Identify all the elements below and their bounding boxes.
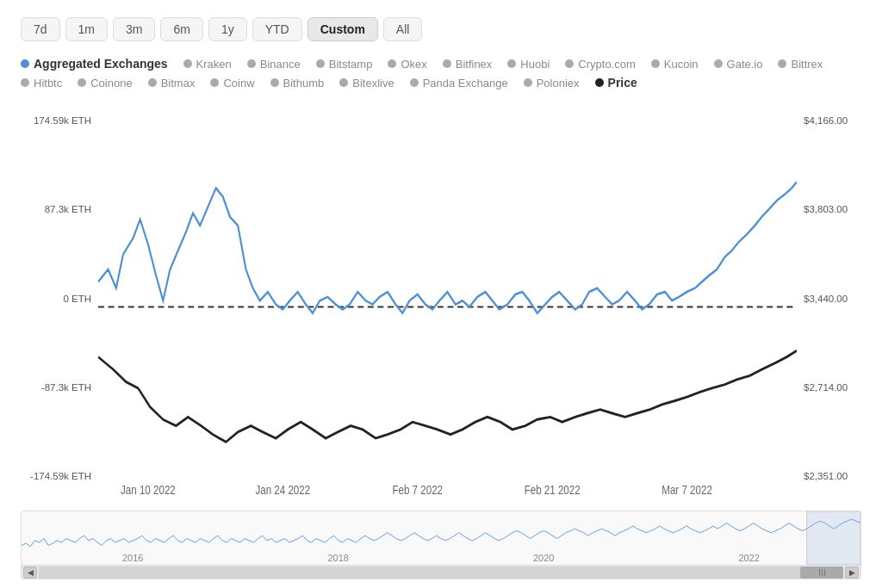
legend-label-17: Panda Exchange — [423, 77, 508, 90]
legend-item-aggregated-exchanges[interactable]: Aggregated Exchanges — [21, 57, 168, 71]
legend-item-bitstamp[interactable]: Bitstamp — [316, 57, 373, 71]
svg-text:Jan 24 2022: Jan 24 2022 — [255, 483, 310, 498]
main-chart-area: 174.59k ETH87.3k ETH0 ETH-87.3k ETH-174.… — [21, 107, 861, 507]
time-btn-3m[interactable]: 3m — [113, 17, 155, 41]
time-btn-custom[interactable]: Custom — [307, 17, 378, 41]
navigator-scrollbar: ◀ ▶ — [22, 565, 860, 579]
legend-item-gateio[interactable]: Gate.io — [714, 57, 763, 71]
legend-dot-0 — [21, 59, 29, 68]
legend-label-2: Binance — [260, 58, 301, 71]
legend-label-8: Kucoin — [664, 58, 699, 71]
svg-text:Mar 7 2022: Mar 7 2022 — [662, 483, 712, 498]
legend-label-9: Gate.io — [727, 58, 763, 71]
legend-item-bittrex[interactable]: Bittrex — [778, 57, 823, 71]
legend-dot-2 — [247, 59, 256, 68]
legend-item-bithumb[interactable]: Bithumb — [270, 76, 325, 90]
navigator: 2016 2018 2020 2022 ◀ ▶ — [21, 511, 861, 579]
legend-item-hitbtc[interactable]: Hitbtc — [21, 76, 62, 90]
legend-item-price[interactable]: Price — [595, 76, 637, 90]
legend-item-bitfinex[interactable]: Bitfinex — [443, 57, 493, 71]
legend-dot-10 — [778, 59, 786, 68]
legend-dot-6 — [507, 59, 516, 68]
legend-label-5: Bitfinex — [456, 58, 493, 71]
legend-label-3: Bitstamp — [329, 58, 373, 71]
y-axis-right-label: $4,166.00 — [804, 115, 861, 126]
navigator-chart: 2016 2018 2020 2022 — [22, 511, 860, 565]
legend-item-kucoin[interactable]: Kucoin — [651, 57, 699, 71]
legend-label-12: Coinone — [90, 77, 132, 90]
scroll-right-arrow[interactable]: ▶ — [845, 566, 859, 579]
legend-item-binance[interactable]: Binance — [247, 57, 301, 71]
svg-text:Feb 7 2022: Feb 7 2022 — [392, 483, 443, 498]
legend-dot-9 — [714, 59, 723, 68]
y-axis-left-label: 0 ETH — [21, 294, 91, 304]
legend-label-10: Bittrex — [791, 58, 823, 71]
legend-label-19: Price — [608, 76, 637, 90]
legend-item-cryptocom[interactable]: Crypto.com — [565, 57, 635, 71]
legend-dot-5 — [443, 59, 451, 68]
time-btn-1m[interactable]: 1m — [65, 17, 108, 41]
legend-dot-19 — [595, 78, 604, 87]
scroll-track[interactable] — [39, 566, 843, 579]
y-axis-left-label: 174.59k ETH — [21, 115, 91, 126]
legend-label-11: Hitbtc — [34, 77, 62, 90]
legend-item-kraken[interactable]: Kraken — [183, 57, 232, 71]
legend-label-6: Huobi — [520, 58, 550, 71]
y-axis-right-label: $3,803.00 — [804, 204, 861, 214]
legend-dot-14 — [210, 78, 219, 87]
legend-dot-11 — [21, 78, 29, 87]
nav-label-2020: 2020 — [533, 553, 554, 563]
legend-item-coinone[interactable]: Coinone — [78, 76, 132, 90]
legend-label-16: Bitexlive — [352, 77, 394, 90]
y-axis-right-label: $2,714.00 — [804, 382, 861, 393]
nav-label-2016: 2016 — [122, 553, 143, 563]
legend-item-huobi[interactable]: Huobi — [507, 57, 550, 71]
legend-item-bitexlive[interactable]: Bitexlive — [339, 76, 394, 90]
legend-label-7: Crypto.com — [578, 58, 635, 71]
time-btn-7d[interactable]: 7d — [21, 17, 60, 41]
y-axis-right-label: $3,440.00 — [804, 294, 861, 304]
legend-dot-13 — [148, 78, 157, 87]
legend-dot-18 — [524, 78, 532, 87]
legend-label-18: Poloniex — [537, 77, 580, 90]
chart-canvas: Jan 10 2022 Jan 24 2022 Feb 7 2022 Feb 2… — [98, 107, 797, 507]
time-btn-1y[interactable]: 1y — [208, 17, 247, 41]
scroll-left-arrow[interactable]: ◀ — [23, 566, 37, 579]
y-axis-right-label: $2,351.00 — [804, 471, 861, 481]
legend-label-14: Coinw — [223, 77, 254, 90]
legend-dot-8 — [651, 59, 660, 68]
y-axis-left-label: -87.3k ETH — [21, 382, 91, 393]
svg-text:Jan 10 2022: Jan 10 2022 — [121, 483, 176, 498]
time-btn-6m[interactable]: 6m — [160, 17, 202, 41]
legend-item-okex[interactable]: Okex — [388, 57, 426, 71]
legend-dot-12 — [78, 78, 86, 87]
time-btn-ytd[interactable]: YTD — [252, 17, 302, 41]
legend-dot-17 — [410, 78, 419, 87]
time-range-selector: 7d1m3m6m1yYTDCustomAll — [21, 17, 861, 41]
legend-dot-1 — [183, 59, 192, 68]
legend-label-1: Kraken — [196, 58, 232, 71]
legend-dot-7 — [565, 59, 574, 68]
legend-item-bitmax[interactable]: Bitmax — [148, 76, 196, 90]
legend-dot-16 — [339, 78, 348, 87]
nav-label-2018: 2018 — [328, 553, 349, 563]
legend-label-0: Aggregated Exchanges — [34, 57, 168, 71]
scroll-thumb[interactable] — [800, 566, 843, 579]
time-btn-all[interactable]: All — [383, 17, 423, 41]
legend-dot-3 — [316, 59, 325, 68]
svg-text:Feb 21 2022: Feb 21 2022 — [525, 483, 581, 498]
legend-dot-4 — [388, 59, 396, 68]
legend-label-15: Bithumb — [283, 77, 325, 90]
legend-label-13: Bitmax — [161, 77, 196, 90]
legend-item-poloniex[interactable]: Poloniex — [524, 76, 580, 90]
chart-legend: Aggregated ExchangesKrakenBinanceBitstam… — [21, 57, 861, 90]
y-axis-left: 174.59k ETH87.3k ETH0 ETH-87.3k ETH-174.… — [21, 107, 98, 507]
y-axis-left-label: 87.3k ETH — [21, 204, 91, 214]
legend-item-coinw[interactable]: Coinw — [210, 76, 254, 90]
nav-label-2022: 2022 — [739, 553, 760, 563]
y-axis-right: $4,166.00$3,803.00$3,440.00$2,714.00$2,3… — [797, 107, 861, 507]
legend-dot-15 — [270, 78, 279, 87]
legend-label-4: Okex — [401, 58, 426, 71]
legend-item-panda-exchange[interactable]: Panda Exchange — [410, 76, 508, 90]
y-axis-left-label: -174.59k ETH — [21, 471, 91, 481]
